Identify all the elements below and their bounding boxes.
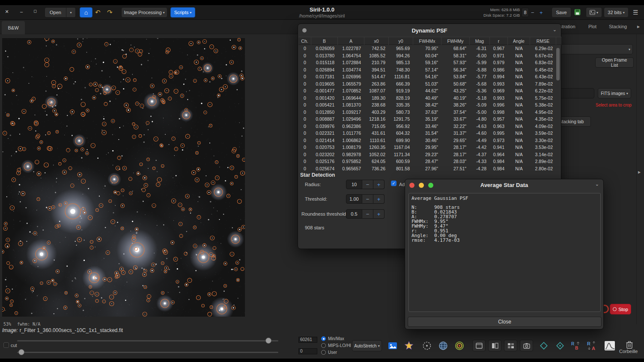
radio-icon[interactable] — [321, 350, 326, 355]
tab-plot[interactable]: Plot — [588, 24, 596, 29]
radius-value[interactable]: 10 — [346, 180, 362, 189]
display-mode-button-4[interactable] — [520, 340, 533, 351]
psf-col-mag[interactable]: Mag — [470, 37, 490, 45]
stop-button[interactable]: Stop — [610, 304, 631, 315]
low-cut-value[interactable]: 0 — [298, 348, 317, 354]
mount-button[interactable] — [538, 340, 550, 352]
psf-table-row[interactable]: 00.0207531.0081791260.351167.0429.95"28.… — [298, 144, 556, 151]
psf-table-row[interactable]: 00.0171811.026996514.471116.8154.16"53.8… — [298, 73, 556, 80]
psf-col-b[interactable]: B — [311, 37, 338, 45]
psf-col-angle[interactable]: Angle — [508, 37, 530, 45]
threads-minus-button[interactable]: − — [531, 9, 534, 16]
close-icon[interactable]: ✕ — [3, 9, 10, 15]
scrollbar-thumb[interactable] — [556, 48, 560, 80]
psf-table-row[interactable]: 00.0260591.022787742.52965.6970.95"68.64… — [298, 45, 556, 52]
psf-col-ch[interactable]: Ch. — [298, 37, 311, 45]
psf-table-row[interactable]: 00.0137801.0647541085.52994.2660.04"58.3… — [298, 52, 556, 59]
roundness-increment-button[interactable]: + — [373, 209, 385, 219]
radio-user[interactable]: User — [321, 349, 351, 356]
undo-icon[interactable]: ↶ — [95, 9, 101, 16]
psf-table-row[interactable]: 00.0014201.069644189.30828.1940.49"40.19… — [298, 95, 556, 102]
minimize-icon[interactable]: – — [18, 9, 25, 14]
psf-table-row[interactable]: 00.0054211.081370238.68335.3538.42"38.26… — [298, 101, 556, 109]
mount-track-button[interactable] — [554, 340, 566, 352]
avg-dialog-header[interactable]: Average Star Data ⌄ — [405, 179, 603, 190]
threads-input[interactable]: 8 — [522, 8, 529, 17]
adjust-checkbox[interactable]: ✓ — [391, 181, 397, 186]
panel-collapse-icon[interactable]: ▶ — [638, 170, 641, 174]
close-window-icon[interactable] — [409, 183, 414, 188]
psf-table-row[interactable]: 00.0256740.965657736.26801.5827.96"27.51… — [298, 165, 556, 172]
radio-icon[interactable] — [321, 336, 326, 341]
psf-col-r[interactable]: r — [490, 37, 508, 45]
photometry-button[interactable] — [421, 340, 433, 352]
image-canvas[interactable] — [2, 38, 245, 317]
open-dropdown-button[interactable]: ▾ — [66, 7, 76, 18]
threads-plus-button[interactable]: + — [540, 9, 543, 16]
scripts-button[interactable]: Scripts▾ — [170, 7, 195, 18]
psf-col-fwhmx[interactable]: FWHMx — [413, 37, 441, 45]
astrometry-button[interactable] — [437, 340, 449, 352]
channel-align-button[interactable]: RA — [586, 340, 598, 352]
table-scrollbar[interactable] — [556, 46, 560, 172]
maximize-icon[interactable]: ◻ — [32, 9, 39, 13]
psf-table-row[interactable]: 00.0088871.0294961218.161291.7535.19"33.… — [298, 116, 556, 123]
psf-table-row[interactable]: 00.0399760.962386715.05956.9233.46"32.22… — [298, 123, 556, 130]
psf-col-a[interactable]: A — [338, 37, 364, 45]
chevron-down-icon[interactable]: ⌄ — [553, 27, 557, 33]
roundness-value[interactable]: 0.5 — [346, 209, 362, 219]
psf-table-row[interactable]: 00.0268941.034774394.51748.3057.14"56.34… — [298, 66, 556, 74]
psf-table-row[interactable]: 00.0223211.011776431.61604.3231.54"31.37… — [298, 130, 556, 137]
radius-decrement-button[interactable]: − — [362, 180, 373, 189]
psf-table-row[interactable]: 00.0214141.0068621110.61699.9030.46"29.6… — [298, 137, 556, 144]
threshold-value[interactable]: 1.00 — [346, 194, 362, 204]
fits-images-select[interactable]: FITS images▾ — [598, 88, 631, 98]
psf-table-row[interactable]: 00.0232020.9829781052.021171.3429.23"28.… — [298, 151, 556, 158]
redo-icon[interactable]: ↷ — [107, 9, 113, 16]
threshold-decrement-button[interactable]: − — [362, 194, 373, 204]
psf-table-row[interactable]: 00.0128501.039217403.29580.7337.63"37.54… — [298, 109, 556, 116]
psf-col-y0[interactable]: y0 — [389, 37, 413, 45]
psf-table-row[interactable]: 0-0.0014771.0708521087.07919.1944.62"43.… — [298, 87, 556, 95]
tab-stacking[interactable]: Stacking — [609, 24, 627, 29]
radio-icon[interactable] — [321, 343, 326, 348]
psf-table-row[interactable]: 00.0196051.065579263.86666.3951.03"50.68… — [298, 80, 556, 88]
center-target-button[interactable] — [453, 340, 465, 352]
image-processing-button[interactable]: Image Processing▾ — [121, 7, 167, 18]
minimize-window-icon[interactable] — [419, 183, 424, 188]
low-cut-slider[interactable] — [17, 349, 278, 355]
cut-checkbox[interactable] — [3, 342, 9, 348]
save-button[interactable]: Save — [552, 7, 571, 18]
bit-depth-select[interactable]: 32 bits▾ — [604, 7, 629, 18]
display-mode-button-1[interactable] — [472, 340, 486, 351]
radius-increment-button[interactable]: + — [373, 180, 385, 189]
slider-handle[interactable] — [18, 349, 24, 355]
psf-table-row[interactable]: 00.0151181.072884210.79985.1359.16"57.93… — [298, 59, 556, 66]
stretch-mode-select[interactable]: AutoStretch▾ — [352, 340, 382, 351]
radio-min-max[interactable]: Min/Max — [321, 335, 351, 342]
display-mode-button-3[interactable] — [504, 340, 517, 351]
threshold-increment-button[interactable]: + — [373, 194, 385, 204]
high-cut-slider[interactable] — [17, 338, 278, 344]
high-cut-value[interactable]: 60261 — [298, 337, 317, 343]
menu-icon[interactable]: ☰ — [633, 9, 638, 16]
maximize-window-icon[interactable] — [428, 183, 433, 188]
psf-dialog-header[interactable]: Dynamic PSF ⌄ — [298, 24, 561, 37]
tab-scroll-right-icon[interactable]: ▶ — [637, 25, 640, 29]
home-button[interactable]: ⌂ — [80, 7, 92, 18]
slider-handle[interactable] — [265, 338, 271, 344]
chevron-down-icon[interactable]: ⌄ — [595, 181, 599, 187]
display-mode-button-2[interactable] — [488, 340, 501, 351]
image-display-button[interactable] — [387, 340, 399, 352]
open-button[interactable]: Open — [45, 7, 66, 18]
psf-col-fwhmy[interactable]: FWHMy — [441, 37, 470, 45]
rgb-compositing-button[interactable]: RB — [569, 340, 581, 352]
star-overlay-button[interactable] — [403, 340, 415, 352]
close-button[interactable]: Close — [408, 317, 602, 327]
roundness-decrement-button[interactable]: − — [362, 209, 373, 219]
export-button[interactable]: ▾ — [586, 7, 602, 18]
save-as-button[interactable] — [574, 9, 581, 17]
statistics-button[interactable] — [604, 340, 616, 352]
radio-mips-lo-hi[interactable]: MIPS-LO/HI — [321, 342, 351, 349]
open-frame-list-button[interactable]: Open Frame List — [595, 57, 634, 68]
